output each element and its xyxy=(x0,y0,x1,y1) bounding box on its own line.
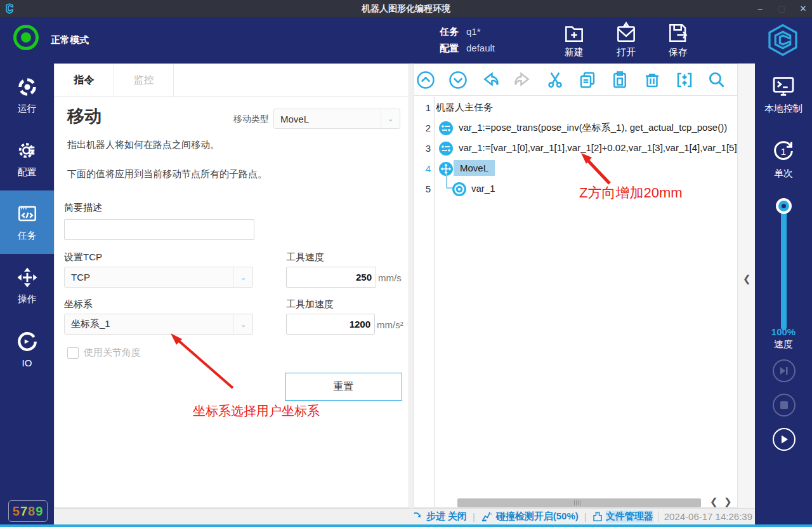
open-button[interactable]: 打开 xyxy=(614,21,638,58)
tree-row-label: var_1 xyxy=(471,183,495,194)
header-bar: 正常模式 任务q1* 配置default 新建 打开 xyxy=(0,17,812,63)
step-forward-button[interactable] xyxy=(773,359,796,382)
svg-text:1: 1 xyxy=(781,146,786,157)
frame-label: 坐标系 xyxy=(64,298,93,310)
joint-angle-label: 使用关节角度 xyxy=(84,347,141,359)
bottom-accent-strip xyxy=(0,524,812,527)
speed-label: 速度 xyxy=(755,338,812,350)
left-sidebar: 运行 配置 任务 操作 IO 5 7 xyxy=(0,63,54,527)
scrollbar-grip xyxy=(574,500,584,505)
move-arrows-icon xyxy=(16,267,38,288)
copy-button[interactable] xyxy=(577,69,598,91)
paste-button[interactable] xyxy=(609,69,631,91)
new-file-icon xyxy=(562,21,586,45)
status-bar: 步进 关闭 | 碰撞检测开启(50%) | 文件管理器 2024-06-17 1… xyxy=(54,508,755,524)
single-cycle-button[interactable]: 1 单次 xyxy=(755,138,812,180)
replace-node-button[interactable] xyxy=(674,69,695,91)
scroll-left-button[interactable]: ❮ xyxy=(710,496,718,507)
frame-annotation-text: 坐标系选择用户坐标系 xyxy=(193,403,320,420)
stop-icon xyxy=(780,401,789,410)
mode-label: 正常模式 xyxy=(51,34,89,46)
code-window-icon xyxy=(16,203,38,225)
save-button[interactable]: 保存 xyxy=(666,21,690,58)
task-config-meta: 任务q1* 配置default xyxy=(440,23,495,57)
sidebar-item-run[interactable]: 运行 xyxy=(0,63,54,127)
title-bar: 机器人图形化编程环境 – ▢ ✕ xyxy=(0,0,812,17)
tree-row-label: var_1:=pose_trans(pose_inv(坐标系_1), get_a… xyxy=(459,122,727,134)
tool-accel-label: 工具加速度 xyxy=(286,298,334,310)
frame-value: 坐标系_1 xyxy=(65,318,233,330)
open-file-icon xyxy=(614,21,638,45)
tcp-label: 设置TCP xyxy=(64,251,102,264)
tree-toolbar xyxy=(414,64,737,96)
move-type-select[interactable]: MoveL ⌄ xyxy=(273,109,400,129)
redo-button[interactable] xyxy=(512,69,534,91)
tree-row-movel-selected[interactable]: 4 MoveL xyxy=(414,159,737,179)
joint-angle-row: 使用关节角度 xyxy=(67,347,141,359)
move-node-down-button[interactable] xyxy=(447,69,469,91)
tree-row-label: 机器人主任务 xyxy=(436,102,493,114)
delete-button[interactable] xyxy=(641,69,663,91)
tab-instruction[interactable]: 指令 xyxy=(55,64,114,97)
close-button[interactable]: ✕ xyxy=(798,4,808,13)
chevron-down-icon: ⌄ xyxy=(381,109,400,128)
move-type-label: 移动类型 xyxy=(233,114,269,125)
play-icon xyxy=(779,434,789,444)
tcp-select[interactable]: TCP ⌄ xyxy=(64,267,253,288)
tree-row-main-task[interactable]: 1 机器人主任务 xyxy=(414,98,737,118)
local-control-button[interactable]: 本地控制 xyxy=(755,74,812,115)
play-button[interactable] xyxy=(773,428,796,451)
collapse-panel-button[interactable]: ❮ xyxy=(743,273,751,284)
captcha-code: 5 7 8 9 xyxy=(8,500,48,522)
right-sidebar: 本地控制 1 单次 100% 速度 xyxy=(755,63,812,527)
speed-slider-thumb[interactable] xyxy=(776,198,792,214)
tree-row-waypoint[interactable]: 5 var_1 xyxy=(414,179,737,199)
frame-select[interactable]: 坐标系_1 ⌄ xyxy=(64,314,253,335)
window-title: 机器人图形化编程环境 xyxy=(0,3,812,15)
stop-button[interactable] xyxy=(773,394,796,417)
tool-speed-input[interactable] xyxy=(286,267,376,288)
tool-accel-unit: mm/s² xyxy=(377,319,403,330)
reset-button[interactable]: 重置 xyxy=(285,373,402,401)
tree-row-assign-2[interactable]: 3 var_1:=[var_1[0],var_1[1],var_1[2]+0.0… xyxy=(414,138,737,159)
sidebar-item-io[interactable]: IO xyxy=(0,317,54,381)
tree-row-assign-1[interactable]: 2 var_1:=pose_trans(pose_inv(坐标系_1), get… xyxy=(414,118,737,138)
chevron-down-icon: ⌄ xyxy=(233,314,252,334)
move-type-value: MoveL xyxy=(274,114,381,124)
speed-slider-track[interactable] xyxy=(781,202,787,330)
undo-button[interactable] xyxy=(480,69,501,91)
file-manager-status[interactable]: 文件管理器 xyxy=(593,510,653,523)
step-mode-status[interactable]: 步进 关闭 xyxy=(412,510,467,523)
minimize-button[interactable]: – xyxy=(755,4,765,13)
brief-input[interactable] xyxy=(64,219,254,240)
terminal-icon xyxy=(771,74,796,99)
single-loop-icon: 1 xyxy=(771,138,796,164)
sidebar-item-config[interactable]: 配置 xyxy=(0,127,54,190)
new-button[interactable]: 新建 xyxy=(562,21,586,58)
tool-accel-input[interactable] xyxy=(286,314,375,335)
description-line-2: 下面的值将应用到当前移动节点所有的子路点。 xyxy=(67,168,267,180)
waypoint-icon xyxy=(452,182,467,197)
cut-button[interactable] xyxy=(544,69,566,91)
sidebar-item-operate[interactable]: 操作 xyxy=(0,254,54,317)
run-target-icon xyxy=(16,76,38,98)
search-button[interactable] xyxy=(706,69,728,91)
collision-icon xyxy=(481,511,493,522)
speed-percent: 100% xyxy=(755,326,812,337)
scroll-right-button[interactable]: ❯ xyxy=(724,496,732,507)
tab-monitor[interactable]: 监控 xyxy=(114,64,174,97)
tree-annotation-text: Z方向增加20mm xyxy=(579,183,683,203)
collision-detect-status[interactable]: 碰撞检测开启(50%) xyxy=(481,510,579,523)
maximize-button[interactable]: ▢ xyxy=(776,4,787,13)
panel-gutter: ❮ xyxy=(738,63,755,508)
tool-speed-unit: mm/s xyxy=(378,272,402,283)
step-mode-icon xyxy=(412,511,423,522)
assignment-icon xyxy=(438,141,454,156)
config-label: 配置 xyxy=(440,43,459,53)
tcp-value: TCP xyxy=(65,272,233,283)
joint-angle-checkbox[interactable] xyxy=(67,347,79,359)
move-node-up-button[interactable] xyxy=(415,69,436,91)
skip-icon xyxy=(779,366,789,376)
brand-logo-icon xyxy=(765,22,801,58)
sidebar-item-task[interactable]: 任务 xyxy=(0,190,54,254)
